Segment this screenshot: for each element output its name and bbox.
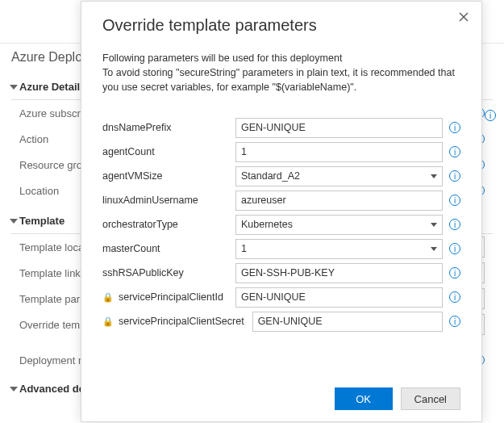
section-heading: Azure Details (19, 81, 85, 93)
param-input-wrap: i (235, 142, 460, 162)
param-label: linuxAdminUsername (102, 195, 227, 206)
param-label-text: agentCount (102, 146, 155, 157)
info-icon[interactable]: i (449, 146, 460, 157)
chevron-down-icon (431, 247, 437, 251)
ok-button[interactable]: OK (335, 387, 393, 410)
parameters-list: dnsNamePrefixiagentCountiagentVMSizeStan… (102, 115, 460, 333)
param-row-linuxAdminUsername: linuxAdminUsernamei (102, 188, 460, 212)
param-label: agentVMSize (102, 170, 227, 182)
param-input-wrap: Standard_A2i (235, 166, 460, 186)
param-select-masterCount[interactable]: 1 (235, 239, 443, 259)
lock-icon: 🔒 (102, 316, 114, 327)
param-label-text: masterCount (102, 243, 160, 254)
param-select-agentVMSize[interactable]: Standard_A2 (235, 166, 443, 186)
param-input-servicePrincipalClientId[interactable] (235, 287, 443, 308)
param-select-orchestratorType[interactable]: Kubernetes (235, 215, 443, 235)
param-row-masterCount: masterCount1i (102, 237, 460, 261)
param-input-wrap: i (235, 118, 460, 138)
param-input-wrap: i (252, 312, 460, 332)
param-row-dnsNamePrefix: dnsNamePrefixi (102, 115, 460, 140)
param-input-wrap: 1i (235, 239, 460, 259)
param-input-wrap: i (235, 287, 460, 308)
param-input-sshRSAPublicKey[interactable] (235, 263, 443, 283)
param-label-text: servicePrincipalClientSecret (119, 316, 244, 327)
param-row-agentCount: agentCounti (102, 140, 460, 164)
param-row-orchestratorType: orchestratorTypeKubernetesi (102, 212, 460, 237)
param-input-linuxAdminUsername[interactable] (235, 191, 443, 211)
param-input-servicePrincipalClientSecret[interactable] (252, 312, 443, 332)
collapse-icon (10, 219, 18, 224)
close-icon (459, 12, 469, 22)
param-input-wrap: Kubernetesi (235, 215, 460, 235)
info-icon[interactable]: i (449, 243, 460, 254)
param-input-dnsNamePrefix[interactable] (235, 118, 443, 138)
info-icon[interactable]: i (449, 291, 460, 303)
param-select-value: Standard_A2 (241, 170, 300, 182)
param-label: masterCount (102, 243, 227, 254)
info-icon[interactable]: i (449, 195, 460, 206)
override-parameters-dialog: Override template parameters Following p… (81, 1, 482, 422)
param-label: dnsNamePrefix (102, 122, 227, 133)
info-icon[interactable]: i (485, 110, 496, 121)
info-icon[interactable]: i (449, 170, 460, 182)
param-row-agentVMSize: agentVMSizeStandard_A2i (102, 164, 460, 188)
dialog-title: Override template parameters (102, 16, 460, 35)
param-input-wrap: i (235, 263, 460, 283)
info-icon[interactable]: i (449, 316, 460, 327)
param-label-text: sshRSAPublicKey (102, 267, 184, 279)
chevron-down-icon (431, 174, 437, 178)
param-label: sshRSAPublicKey (102, 267, 227, 279)
param-label-text: servicePrincipalClientId (119, 291, 223, 303)
lock-icon: 🔒 (102, 292, 114, 303)
param-label: agentCount (102, 146, 227, 157)
cancel-button[interactable]: Cancel (401, 387, 460, 410)
param-label-text: orchestratorType (102, 219, 178, 230)
param-select-value: Kubernetes (241, 219, 293, 230)
param-label-text: agentVMSize (102, 170, 162, 182)
dialog-intro-1: Following parameters will be used for th… (102, 52, 460, 64)
param-select-value: 1 (241, 243, 247, 254)
param-label: 🔒servicePrincipalClientSecret (102, 316, 244, 327)
param-label-text: linuxAdminUsername (102, 195, 198, 206)
param-input-wrap: i (235, 191, 460, 211)
info-icon[interactable]: i (449, 267, 460, 279)
param-label-text: dnsNamePrefix (102, 122, 171, 133)
param-row-servicePrincipalClientSecret: 🔒servicePrincipalClientSecreti (102, 309, 460, 333)
dialog-button-row: OK Cancel (102, 373, 460, 410)
chevron-down-icon (431, 223, 437, 227)
param-label: 🔒servicePrincipalClientId (102, 291, 227, 303)
collapse-icon (10, 387, 18, 392)
param-label: orchestratorType (102, 219, 227, 230)
dialog-intro-2: To avoid storing "secureString" paramete… (102, 65, 460, 94)
info-icon[interactable]: i (449, 219, 460, 230)
collapse-icon (10, 85, 18, 90)
section-heading: Template (19, 215, 65, 227)
info-icon[interactable]: i (449, 122, 460, 133)
param-input-agentCount[interactable] (235, 142, 443, 162)
param-row-sshRSAPublicKey: sshRSAPublicKeyi (102, 261, 460, 285)
close-button[interactable] (456, 10, 472, 26)
param-row-servicePrincipalClientId: 🔒servicePrincipalClientIdi (102, 285, 460, 309)
